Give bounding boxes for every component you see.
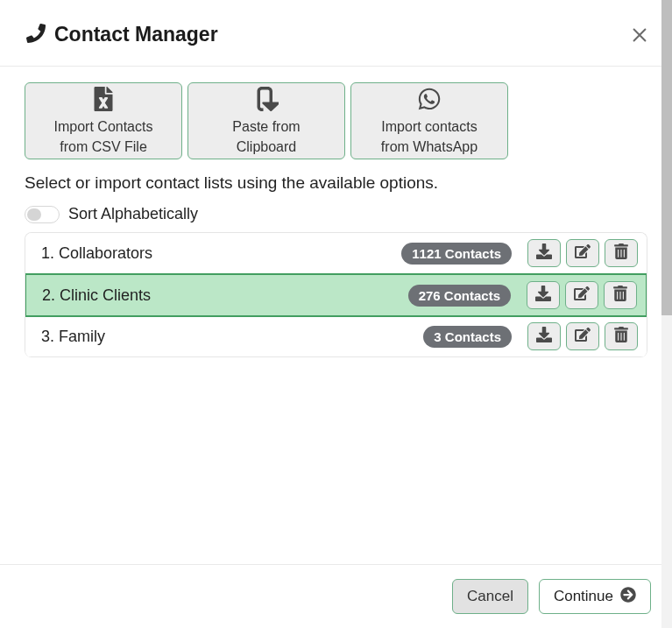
trash-icon (613, 327, 629, 346)
scrollbar-track[interactable] (661, 0, 672, 628)
footer: Cancel Continue (0, 564, 672, 628)
continue-label: Continue (554, 588, 613, 605)
scrollbar-thumb[interactable] (661, 0, 672, 315)
trash-icon (612, 286, 628, 305)
phone-icon (26, 24, 46, 46)
edit-icon (575, 243, 591, 263)
delete-button[interactable] (605, 239, 638, 267)
list-item[interactable]: 2. Clinic Clients276 Contacts (25, 273, 647, 317)
edit-button[interactable] (565, 281, 598, 309)
contacts-count-badge: 1121 Contacts (401, 243, 512, 265)
contact-lists: 1. Collaborators1121 Contacts2. Clinic C… (25, 232, 647, 357)
list-item-name: 1. Collaborators (41, 244, 152, 263)
list-item[interactable]: 1. Collaborators1121 Contacts (25, 233, 647, 274)
whatsapp-icon (417, 87, 442, 115)
download-button[interactable] (527, 239, 561, 267)
header: Contact Manager (0, 0, 672, 67)
page-title: Contact Manager (54, 23, 218, 46)
import-whatsapp-line2: from WhatsApp (381, 138, 477, 155)
download-button[interactable] (527, 322, 561, 350)
clipboard-paste-icon (254, 87, 279, 115)
instruction-text: Select or import contact lists using the… (25, 173, 647, 193)
import-whatsapp-button[interactable]: Import contacts from WhatsApp (350, 82, 508, 159)
file-excel-icon (91, 87, 116, 115)
delete-button[interactable] (604, 281, 637, 309)
paste-clipboard-line2: Clipboard (237, 138, 296, 155)
list-item-name: 3. Family (41, 328, 105, 346)
edit-icon (575, 327, 591, 346)
download-icon (536, 243, 552, 263)
sort-label: Sort Alphabetically (68, 205, 198, 223)
import-whatsapp-line1: Import contacts (381, 118, 477, 135)
sort-toggle[interactable] (25, 206, 60, 223)
delete-button[interactable] (605, 322, 638, 350)
download-icon (535, 286, 551, 305)
import-csv-line1: Import Contacts (54, 118, 153, 135)
contacts-count-badge: 3 Contacts (423, 326, 512, 348)
continue-button[interactable]: Continue (539, 579, 651, 614)
download-icon (536, 327, 552, 346)
import-options: Import Contacts from CSV File Paste from… (25, 82, 647, 159)
contacts-count-badge: 276 Contacts (408, 285, 511, 307)
list-item-name: 2. Clinic Clients (42, 286, 151, 305)
edit-icon (574, 286, 590, 305)
edit-button[interactable] (566, 239, 599, 267)
paste-clipboard-button[interactable]: Paste from Clipboard (187, 82, 345, 159)
import-csv-line2: from CSV File (60, 138, 147, 155)
arrow-right-icon (620, 587, 636, 607)
cancel-label: Cancel (467, 588, 513, 605)
download-button[interactable] (527, 281, 560, 309)
cancel-button[interactable]: Cancel (452, 579, 528, 614)
import-csv-button[interactable]: Import Contacts from CSV File (25, 82, 182, 159)
trash-icon (613, 243, 629, 263)
edit-button[interactable] (566, 322, 599, 350)
paste-clipboard-line1: Paste from (232, 118, 300, 135)
close-icon[interactable] (630, 25, 649, 45)
list-item[interactable]: 3. Family3 Contacts (25, 316, 647, 357)
